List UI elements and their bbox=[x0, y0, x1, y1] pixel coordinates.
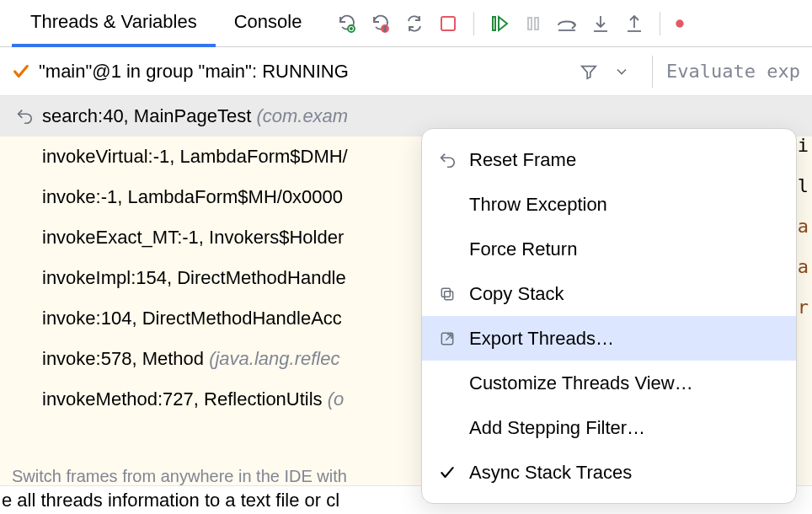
evaluate-expression-input[interactable]: Evaluate exp bbox=[666, 61, 800, 82]
svg-rect-15 bbox=[441, 288, 450, 297]
resume-icon[interactable] bbox=[488, 12, 511, 35]
running-check-icon bbox=[12, 62, 30, 81]
menu-label: Throw Exception bbox=[469, 194, 607, 216]
copy-icon bbox=[437, 284, 457, 304]
svg-rect-14 bbox=[445, 291, 453, 299]
svg-rect-7 bbox=[535, 18, 538, 29]
svg-point-13 bbox=[676, 19, 684, 27]
svg-rect-6 bbox=[528, 18, 532, 29]
breakpoints-icon[interactable] bbox=[674, 12, 686, 35]
menu-customize-threads-view[interactable]: Customize Threads View… bbox=[422, 361, 796, 405]
tab-console[interactable]: Console bbox=[216, 0, 321, 47]
menu-copy-stack[interactable]: Copy Stack bbox=[422, 271, 796, 316]
blank-icon bbox=[437, 195, 457, 215]
menu-label: Export Threads… bbox=[469, 328, 614, 350]
blank-icon bbox=[437, 239, 457, 260]
debug-tabbar: Threads & Variables Console ! bbox=[0, 0, 812, 47]
menu-label: Force Return bbox=[469, 238, 577, 260]
menu-label: Customize Threads View… bbox=[469, 372, 693, 394]
svg-rect-5 bbox=[493, 17, 495, 30]
step-over-icon[interactable] bbox=[555, 12, 579, 35]
menu-add-stepping-filter[interactable]: Add Stepping Filter… bbox=[422, 405, 796, 450]
frame-label: invokeVirtual:-1, LambdaForm$DMH/ bbox=[42, 146, 348, 168]
stop-icon[interactable] bbox=[436, 12, 460, 35]
separator bbox=[473, 12, 474, 35]
debug-tool-window: Threads & Variables Console ! bbox=[0, 0, 812, 514]
menu-label: Copy Stack bbox=[469, 283, 564, 305]
separator bbox=[652, 56, 653, 88]
reset-frame-icon bbox=[437, 150, 457, 170]
frame-label: invokeImpl:154, DirectMethodHandle bbox=[42, 267, 346, 289]
thread-status-label[interactable]: "main"@1 in group "main": RUNNING bbox=[39, 61, 571, 83]
menu-force-return[interactable]: Force Return bbox=[422, 227, 796, 271]
menu-export-threads[interactable]: Export Threads… bbox=[422, 316, 796, 361]
separator bbox=[660, 12, 660, 35]
step-into-icon[interactable] bbox=[589, 12, 612, 35]
frame-label: invokeMethod:727, ReflectionUtils (o bbox=[42, 388, 344, 410]
rerun-failed-icon[interactable]: ! bbox=[369, 12, 393, 35]
step-out-icon[interactable] bbox=[622, 12, 646, 35]
blank-icon bbox=[437, 418, 457, 438]
pause-icon[interactable] bbox=[521, 12, 545, 35]
filter-icon[interactable] bbox=[580, 62, 605, 81]
menu-label: Add Stepping Filter… bbox=[469, 417, 645, 439]
menu-label: Async Stack Traces bbox=[469, 462, 632, 484]
chevron-down-icon[interactable] bbox=[613, 63, 638, 80]
frames-context-menu: Reset Frame Throw Exception Force Return… bbox=[421, 128, 797, 504]
svg-rect-4 bbox=[441, 17, 455, 30]
thread-selector-row: "main"@1 in group "main": RUNNING Evalua… bbox=[0, 47, 812, 96]
export-icon bbox=[437, 329, 457, 349]
tab-threads-variables[interactable]: Threads & Variables bbox=[12, 0, 216, 47]
rerun-icon[interactable] bbox=[335, 12, 359, 35]
frame-label: invoke:-1, LambdaForm$MH/0x0000 bbox=[42, 186, 343, 208]
menu-label: Reset Frame bbox=[469, 149, 576, 171]
menu-throw-exception[interactable]: Throw Exception bbox=[422, 182, 796, 227]
blank-icon bbox=[437, 373, 457, 394]
update-icon[interactable] bbox=[403, 12, 426, 35]
frame-label: invoke:104, DirectMethodHandleAcc bbox=[42, 308, 342, 329]
frame-label: invoke:578, Method (java.lang.reflec bbox=[42, 348, 339, 370]
frame-label: invokeExact_MT:-1, Invokers$Holder bbox=[42, 227, 344, 249]
reset-frame-icon bbox=[12, 107, 37, 126]
menu-async-stack-traces[interactable]: Async Stack Traces bbox=[422, 450, 796, 495]
frame-label: search:40, MainPageTest (com.exam bbox=[42, 105, 348, 127]
svg-text:!: ! bbox=[384, 26, 386, 32]
debug-toolbar: ! bbox=[335, 12, 686, 35]
menu-reset-frame[interactable]: Reset Frame bbox=[422, 137, 796, 182]
checkmark-icon bbox=[437, 463, 457, 483]
svg-point-1 bbox=[350, 27, 353, 30]
